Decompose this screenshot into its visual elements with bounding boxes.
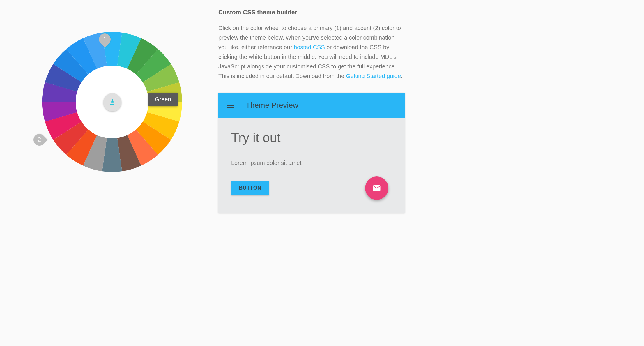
section-description: Click on the color wheel to choose a pri… <box>218 23 405 81</box>
primary-marker-label: 1 <box>103 36 107 43</box>
accent-marker-label: 2 <box>38 136 41 144</box>
preview-appbar: Theme Preview <box>218 93 405 118</box>
preview-appbar-title: Theme Preview <box>246 101 298 110</box>
mail-icon <box>372 184 381 193</box>
download-icon <box>109 99 116 106</box>
preview-heading: Try it out <box>231 130 392 145</box>
menu-icon[interactable] <box>227 103 234 108</box>
color-wheel[interactable]: 1 2 Green <box>39 29 185 175</box>
section-heading: Custom CSS theme builder <box>218 9 405 16</box>
download-button[interactable] <box>103 93 121 111</box>
getting-started-link[interactable]: Getting Started guide <box>346 73 401 79</box>
preview-button[interactable]: BUTTON <box>231 181 269 195</box>
preview-fab[interactable] <box>365 176 388 200</box>
hosted-css-link[interactable]: hosted CSS <box>294 44 325 50</box>
color-tooltip: Green <box>148 93 178 106</box>
preview-body-text: Lorem ipsum dolor sit amet. <box>231 160 392 166</box>
